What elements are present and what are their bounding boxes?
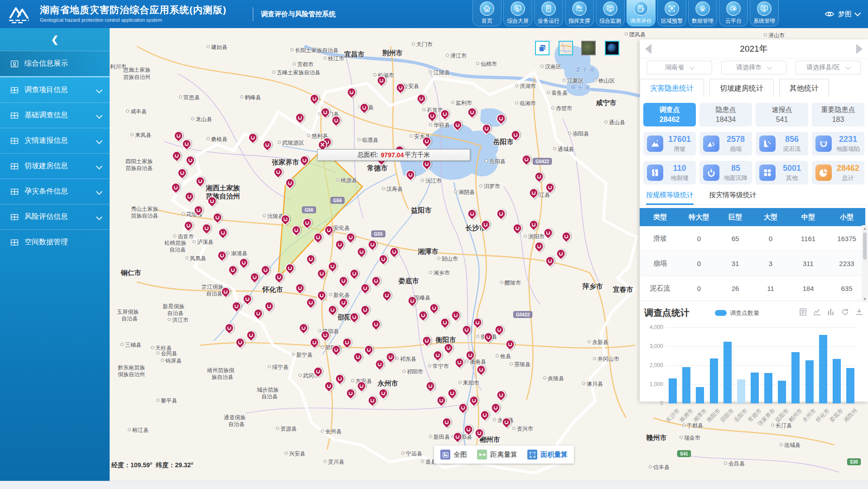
county-select[interactable]: 请选择县/区: [796, 61, 861, 74]
bar-衡阳市[interactable]: [710, 358, 718, 403]
chevron-down-icon: [96, 112, 102, 118]
scroll-up-icon[interactable]: ▲: [863, 225, 867, 232]
line-chart-icon[interactable]: [813, 308, 821, 318]
bar-永州市[interactable]: [805, 360, 814, 403]
card-total[interactable]: 28462总计: [812, 161, 864, 184]
subtab-by-scale[interactable]: 按规模等级统计: [646, 191, 694, 205]
road-shield: G0422: [533, 158, 552, 165]
sidebar-item-report[interactable]: 灾情速报信息: [0, 128, 110, 153]
map-place-label: 通山县: [604, 119, 625, 126]
full-extent-button[interactable]: 全图: [440, 450, 467, 460]
sidebar-item-basic[interactable]: 基础调查信息: [0, 102, 110, 128]
refresh-icon[interactable]: [841, 308, 849, 318]
card-value: 183: [832, 116, 844, 124]
cursor-coordinates: 经度：109.59° 纬度：29.32°: [111, 461, 193, 470]
nav-home[interactable]: 首页: [473, 0, 502, 26]
card-important-points[interactable]: 重要隐患点183: [812, 103, 864, 126]
bar-张家界市[interactable]: [764, 373, 772, 403]
table-cell: 311: [788, 251, 828, 276]
card-label: 总计: [842, 174, 854, 182]
map-place-label: 铜仁市: [121, 269, 141, 277]
nav-warning[interactable]: 区域预警: [657, 0, 686, 26]
map-place-label: 凤凰县: [185, 255, 206, 262]
statistics-panel: 2021年 湖南省请选择市请选择县/区 灾害隐患统计切坡建房统计其他统计 调查点…: [640, 39, 868, 402]
sidebar-item-overview[interactable]: 综合信息展示: [0, 51, 110, 77]
bar-益阳市[interactable]: [778, 381, 786, 403]
card-other-type[interactable]: 5001其他: [756, 161, 808, 184]
card-collapse[interactable]: 2578崩塌: [699, 132, 752, 155]
bar-湘西州[interactable]: [846, 368, 854, 403]
nav-cloud[interactable]: 云平台: [719, 0, 748, 26]
download-icon[interactable]: [855, 308, 863, 318]
nav-monitor[interactable]: 综合监测: [596, 0, 625, 26]
map-place-label: 江陵县: [429, 69, 450, 77]
username: 梦图: [838, 10, 852, 19]
card-landslide[interactable]: 17601滑坡: [643, 132, 696, 155]
card-ground-fissure[interactable]: 110地裂缝: [643, 161, 696, 184]
scroll-down-icon[interactable]: ▼: [863, 296, 867, 302]
tab-slope-house[interactable]: 切坡建房统计: [709, 79, 774, 97]
card-survey-points[interactable]: 调查点28462: [643, 103, 696, 126]
card-ground-subsidence[interactable]: 85地面沉降: [699, 161, 752, 184]
tab-other[interactable]: 其他统计: [779, 79, 829, 97]
bar-常德市[interactable]: [751, 373, 759, 403]
card-ground-collapse[interactable]: 2231地面塌陷: [812, 132, 864, 155]
card-hidden-points[interactable]: 隐患点18434: [699, 103, 752, 126]
map-place-label: 宣恩县: [179, 94, 200, 102]
subtab-by-severity[interactable]: 按灾情等级统计: [709, 191, 757, 205]
sidebar-item-risk[interactable]: 风险评估信息: [0, 204, 110, 229]
table-cell: 0: [680, 226, 718, 251]
bar-株洲市[interactable]: [682, 367, 690, 403]
nav-data[interactable]: 数据管理: [688, 0, 717, 26]
sidebar: ❮ 综合信息展示调查项目信息基础调查信息灾情速报信息切坡建房信息孕灾条件信息风险…: [0, 28, 110, 481]
nav-system[interactable]: 系统管理: [750, 0, 779, 26]
tab-hazard[interactable]: 灾害隐患统计: [640, 79, 704, 97]
card-label: 崩塌: [730, 145, 742, 153]
distance-measure-button[interactable]: 距离量算: [477, 450, 517, 460]
legend-swatch: [715, 310, 727, 316]
nav-label: 数据管理: [692, 17, 714, 25]
sidebar-collapse-button[interactable]: ❮: [0, 28, 110, 51]
card-value: 5001: [783, 164, 801, 173]
nav-survey[interactable]: 调查评价: [627, 0, 656, 26]
province-select[interactable]: 湖南省: [647, 61, 712, 74]
nav-business[interactable]: 业务运行: [534, 0, 563, 26]
bar-怀化市[interactable]: [819, 335, 827, 403]
nav-big-screen[interactable]: 综合大屏: [503, 0, 532, 26]
x-axis-tick: 长沙市: [664, 407, 681, 424]
card-report-points[interactable]: 速报点541: [756, 103, 808, 126]
bar-湘潭市[interactable]: [696, 387, 704, 403]
layers-icon[interactable]: [535, 41, 550, 55]
bar-长沙市[interactable]: [669, 378, 677, 403]
module-title: 调查评价与风险管控系统: [261, 10, 336, 19]
map-place-label: 赣州市: [646, 434, 667, 442]
next-year-button[interactable]: [856, 44, 863, 54]
bar-岳阳市[interactable]: [737, 379, 745, 403]
select-value: 请选择市: [736, 63, 762, 72]
chart-legend[interactable]: 调查点数量: [715, 309, 759, 317]
prev-year-button[interactable]: [645, 44, 651, 54]
bar-邵阳市[interactable]: [723, 342, 732, 404]
bar-娄底市[interactable]: [833, 359, 841, 403]
globe-basemap-thumbnail[interactable]: [605, 41, 619, 55]
area-measure-button[interactable]: 面积量算: [527, 450, 568, 460]
map-place-label: 怀化市: [263, 286, 283, 294]
data-view-icon[interactable]: [799, 308, 807, 318]
nav-command[interactable]: 指挥支撑: [565, 0, 594, 26]
table-cell: 0: [680, 276, 718, 301]
street-basemap-thumbnail[interactable]: [559, 41, 573, 55]
sidebar-item-condition[interactable]: 孕灾条件信息: [0, 179, 110, 204]
table-scrollbar[interactable]: ▲ ▼: [862, 225, 868, 302]
scrollbar-thumb[interactable]: [863, 232, 867, 260]
user-menu[interactable]: 梦图: [825, 0, 860, 28]
nav-label: 调查评价: [630, 17, 652, 25]
card-debris-flow[interactable]: 856泥石流: [756, 132, 808, 155]
satellite-basemap-thumbnail[interactable]: [581, 41, 596, 55]
nav-label: 云平台: [725, 17, 742, 25]
sidebar-item-spatial[interactable]: 空间数据管理: [0, 229, 110, 255]
city-select[interactable]: 请选择市: [721, 61, 786, 74]
bar-郴州市[interactable]: [791, 352, 800, 403]
sidebar-item-slope[interactable]: 切坡建房信息: [0, 153, 110, 179]
sidebar-item-project[interactable]: 调查项目信息: [0, 77, 110, 102]
bar-chart-icon[interactable]: [827, 308, 835, 318]
